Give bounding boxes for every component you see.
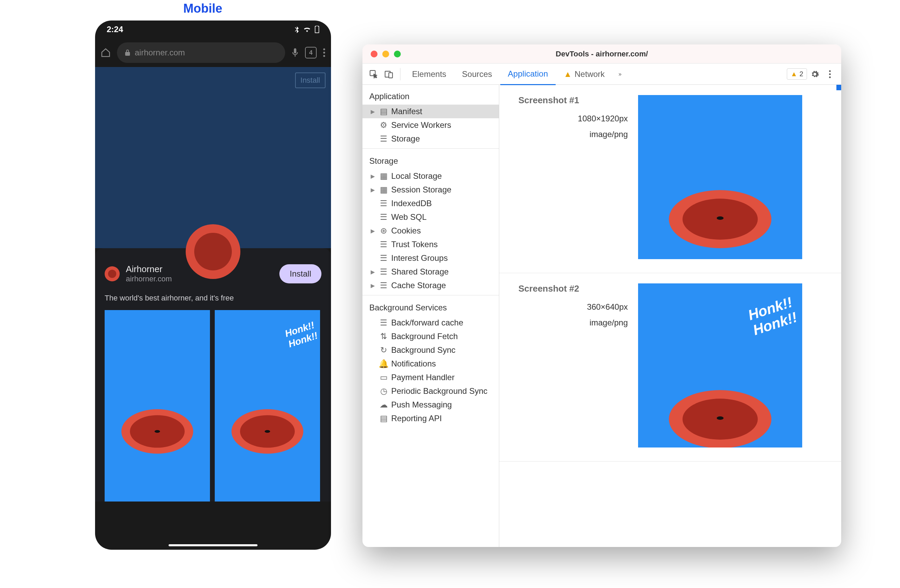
- airhorn-graphic: [669, 190, 771, 248]
- sheet-screenshot-1: [105, 310, 210, 501]
- sidebar-item-payment-handler[interactable]: ▭Payment Handler: [363, 371, 499, 384]
- traffic-lights: [363, 51, 401, 57]
- wifi-icon: [303, 26, 311, 33]
- sidebar-item-push-messaging[interactable]: ☁Push Messaging: [363, 398, 499, 411]
- honk-text: Honk!! Honk!!: [746, 294, 799, 338]
- honk-text: Honk!! Honk!!: [284, 320, 320, 350]
- database-icon: ☰: [380, 253, 388, 263]
- sidebar-item-cookies[interactable]: ▶⊛Cookies: [363, 224, 499, 237]
- sidebar-item-service-workers[interactable]: ⚙Service Workers: [363, 118, 499, 132]
- mobile-device-frame: 2:24 airhorner.com 4 Install Airhorner a…: [95, 20, 331, 550]
- svg-rect-6: [389, 73, 393, 78]
- url-bar[interactable]: airhorner.com: [117, 42, 285, 63]
- window-titlebar[interactable]: DevTools - airhorner.com/: [363, 45, 841, 64]
- sidebar-item-bg-sync[interactable]: ↻Background Sync: [363, 343, 499, 357]
- cookie-icon: ⊛: [380, 226, 388, 236]
- sheet-description: The world's best airhorner, and it's fre…: [105, 294, 321, 303]
- screenshot-mime: image/png: [518, 130, 628, 139]
- sidebar-item-bf-cache[interactable]: ☰Back/forward cache: [363, 316, 499, 330]
- page-install-chip[interactable]: Install: [295, 73, 326, 88]
- install-bottom-sheet: Airhorner airhorner.com Install The worl…: [95, 248, 331, 501]
- airhorn-graphic: [231, 409, 303, 454]
- status-bar: 2:24: [95, 20, 331, 38]
- kebab-menu-icon[interactable]: [823, 67, 837, 81]
- bluetooth-icon: [294, 26, 299, 33]
- tab-network[interactable]: ▲Network: [556, 64, 613, 84]
- screenshot-preview-1: [638, 95, 802, 259]
- fullscreen-window-button[interactable]: [394, 51, 401, 57]
- database-icon: ☰: [380, 281, 388, 290]
- device-toolbar-icon[interactable]: [382, 67, 396, 81]
- sidebar-section-background: Background Services: [363, 298, 499, 316]
- airhorn-graphic: [669, 390, 771, 447]
- gesture-nav-bar[interactable]: [169, 544, 258, 546]
- status-icons: [294, 26, 320, 33]
- kebab-menu-icon[interactable]: [323, 48, 326, 57]
- lock-icon: [124, 49, 130, 56]
- sidebar-item-reporting-api[interactable]: ▤Reporting API: [363, 411, 499, 425]
- sync-icon: ↻: [380, 345, 388, 355]
- page-viewport: Install: [95, 67, 331, 248]
- screenshot-title: Screenshot #2: [518, 283, 628, 294]
- tab-count-button[interactable]: 4: [305, 47, 317, 59]
- sidebar-item-bg-fetch[interactable]: ⇅Background Fetch: [363, 330, 499, 343]
- svg-point-1: [323, 48, 325, 50]
- sheet-screenshot-row: Honk!! Honk!!: [105, 310, 321, 501]
- sidebar-item-cache-storage[interactable]: ▶☰Cache Storage: [363, 279, 499, 292]
- sidebar-item-notifications[interactable]: 🔔Notifications: [363, 357, 499, 371]
- clock-icon: ◷: [380, 386, 388, 396]
- sidebar-item-indexeddb[interactable]: ☰IndexedDB: [363, 197, 499, 210]
- sidebar-item-interest-groups[interactable]: ☰Interest Groups: [363, 251, 499, 265]
- close-window-button[interactable]: [371, 51, 377, 57]
- sheet-app-origin: airhorner.com: [126, 275, 273, 283]
- airhorn-graphic: [186, 224, 241, 279]
- card-icon: ▭: [380, 372, 388, 382]
- sidebar-item-session-storage[interactable]: ▶▦Session Storage: [363, 183, 499, 197]
- tab-elements[interactable]: Elements: [405, 64, 454, 84]
- window-title: DevTools - airhorner.com/: [556, 50, 648, 59]
- airhorn-graphic: [121, 409, 193, 454]
- screenshot-block-2: Screenshot #2 360×640px image/png Honk!!…: [499, 273, 841, 461]
- minimize-window-button[interactable]: [382, 51, 389, 57]
- svg-rect-0: [294, 48, 296, 53]
- gear-icon[interactable]: [808, 67, 822, 81]
- bell-icon: 🔔: [380, 359, 388, 369]
- sidebar-item-shared-storage[interactable]: ▶☰Shared Storage: [363, 265, 499, 279]
- file-icon: ▤: [380, 414, 388, 423]
- issues-badge[interactable]: ▲2: [787, 68, 807, 80]
- inspect-element-icon[interactable]: [366, 67, 381, 81]
- sidebar-item-storage[interactable]: ☰Storage: [363, 132, 499, 146]
- browser-toolbar: airhorner.com 4: [95, 38, 331, 67]
- home-icon[interactable]: [101, 48, 111, 58]
- svg-point-8: [829, 73, 831, 75]
- sidebar-item-web-sql[interactable]: ☰Web SQL: [363, 210, 499, 224]
- scrollbar-thumb[interactable]: [836, 85, 841, 90]
- application-main-panel: Screenshot #1 1080×1920px image/png Scre…: [499, 85, 841, 547]
- screenshot-title: Screenshot #1: [518, 95, 628, 105]
- mic-icon[interactable]: [291, 48, 299, 57]
- database-icon: ☰: [380, 240, 388, 249]
- warning-icon: ▲: [564, 70, 572, 79]
- sidebar-item-manifest[interactable]: ▶▤Manifest: [363, 105, 499, 118]
- warning-icon: ▲: [791, 70, 798, 78]
- arrows-icon: ⇅: [380, 332, 388, 341]
- battery-icon: [315, 26, 320, 33]
- install-button[interactable]: Install: [279, 264, 321, 283]
- sidebar-item-local-storage[interactable]: ▶▦Local Storage: [363, 169, 499, 183]
- screenshot-preview-2: Honk!! Honk!!: [638, 283, 802, 447]
- svg-point-9: [829, 76, 831, 78]
- devtools-window: DevTools - airhorner.com/ Elements Sourc…: [363, 45, 841, 547]
- database-icon: ☰: [380, 212, 388, 222]
- grid-icon: ▦: [380, 185, 388, 194]
- database-icon: ☰: [380, 267, 388, 276]
- screenshot-block-1: Screenshot #1 1080×1920px image/png: [499, 85, 841, 273]
- file-icon: ▤: [380, 107, 388, 116]
- sidebar-item-periodic-bg[interactable]: ◷Periodic Background Sync: [363, 384, 499, 398]
- more-tabs-icon[interactable]: »: [613, 67, 627, 81]
- sheet-screenshot-2: Honk!! Honk!!: [215, 310, 320, 501]
- screenshot-mime: image/png: [518, 318, 628, 327]
- svg-point-3: [323, 55, 325, 57]
- tab-application[interactable]: Application: [500, 64, 556, 85]
- tab-sources[interactable]: Sources: [455, 64, 500, 84]
- sidebar-item-trust-tokens[interactable]: ☰Trust Tokens: [363, 237, 499, 251]
